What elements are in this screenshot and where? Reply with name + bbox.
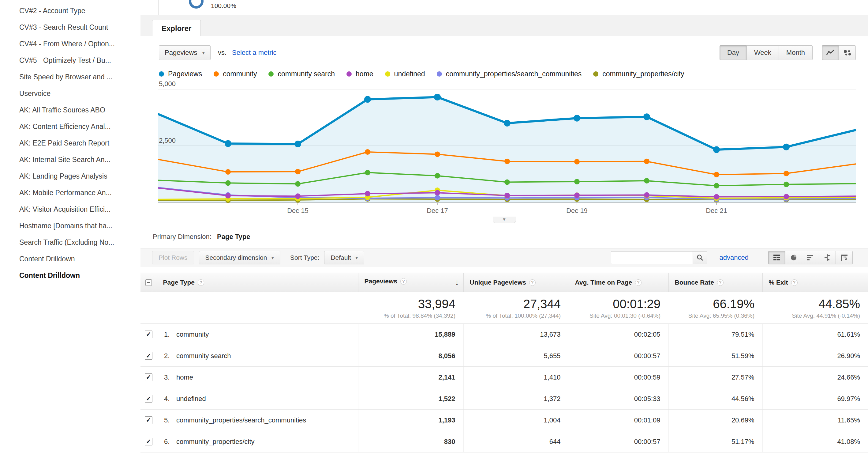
cell-unique-pageviews: 1,004 [463, 409, 569, 431]
column-label: Avg. Time on Page [575, 279, 632, 286]
legend-item[interactable]: community_properties/city [593, 70, 684, 78]
help-icon[interactable]: ? [198, 279, 204, 286]
bar-chart-icon [807, 254, 814, 261]
summary-pageviews: 33,994 % of Total: 98.84% (34,392) [358, 292, 463, 324]
chart-area: 2,5005,000 [158, 83, 856, 205]
column-label: Page Type [163, 279, 195, 286]
column-header--exit[interactable]: % Exit? [763, 273, 868, 292]
help-icon[interactable]: ? [635, 279, 642, 286]
row-checkbox[interactable]: ✓ [145, 395, 152, 402]
legend-label: undefined [394, 70, 425, 78]
legend-dot [346, 72, 352, 77]
column-header-bounce-rate[interactable]: Bounce Rate? [669, 273, 763, 292]
legend-dot [159, 72, 164, 77]
sidebar-item[interactable]: AK: Visitor Acquisition Effici... [0, 201, 140, 218]
data-view-button[interactable] [768, 251, 785, 264]
percentage-view-button[interactable] [785, 251, 802, 264]
metric-dropdown[interactable]: Pageviews ▾ [159, 45, 211, 60]
sidebar-item[interactable]: Search Traffic (Excluding No... [0, 234, 140, 251]
sidebar-item[interactable]: AK: Content Efficiency Anal... [0, 118, 140, 135]
page-type-label: community_properties/city [176, 438, 255, 446]
cell-pageviews: 1,193 [358, 409, 463, 431]
chevron-down-icon: ▾ [271, 255, 274, 261]
granularity-month[interactable]: Month [779, 45, 813, 60]
help-icon[interactable]: ? [400, 278, 407, 285]
legend-item[interactable]: undefined [385, 70, 425, 78]
sidebar-item[interactable]: Content Drilldown [0, 267, 140, 284]
row-checkbox[interactable]: ✓ [145, 352, 152, 360]
legend-item[interactable]: community_properties/search_communities [437, 70, 582, 78]
sidebar-item[interactable]: Site Speed by Browser and ... [0, 68, 140, 85]
search-input[interactable] [611, 251, 693, 264]
sidebar-item[interactable]: Content Drilldown [0, 251, 140, 267]
tab-explorer[interactable]: Explorer [152, 20, 201, 36]
row-checkbox[interactable]: ✓ [145, 331, 152, 338]
row-checkbox[interactable]: ✓ [145, 416, 152, 424]
summary-value: 27,344 [463, 297, 569, 311]
sidebar-item[interactable]: CV#5 - Optimizely Test / Bu... [0, 52, 140, 68]
row-rank: 6. [164, 438, 176, 446]
column-header-unique-pageviews[interactable]: Unique Pageviews? [463, 273, 569, 292]
legend-item[interactable]: community [214, 70, 257, 78]
row-checkbox[interactable]: ✓ [145, 438, 152, 446]
plot-rows-button[interactable]: Plot Rows [152, 251, 194, 264]
cell-bounce-rate: 51.17% [669, 431, 763, 452]
page-type-cell: 3.home [157, 367, 358, 388]
row-checkbox[interactable]: ✓ [145, 373, 152, 381]
cell-unique-pageviews: 5,655 [463, 345, 569, 367]
summary-exit: 44.85% Site Avg: 44.91% (-0.14%) [763, 292, 868, 324]
row-checkbox-cell: ✓ [141, 409, 157, 431]
comparison-view-button[interactable] [819, 251, 836, 264]
row-checkbox-cell: ✓ [141, 367, 157, 388]
sidebar-item[interactable]: AK: All Traffic Sources ABO [0, 102, 140, 118]
select-metric-link[interactable]: Select a metric [232, 49, 277, 57]
sidebar-item[interactable]: Hostname [Domains that ha... [0, 218, 140, 234]
motion-chart-view-button[interactable] [839, 45, 856, 60]
sidebar-item[interactable]: AK: Internal Site Search An... [0, 151, 140, 168]
performance-view-button[interactable] [802, 251, 819, 264]
column-label: % Exit [769, 279, 788, 286]
sidebar-item[interactable]: Uservoice [0, 85, 140, 102]
metric-percent: 100.00% [211, 2, 236, 9]
row-rank: 4. [164, 395, 176, 403]
help-icon[interactable]: ? [717, 279, 723, 286]
pivot-view-button[interactable] [836, 251, 853, 264]
advanced-link[interactable]: advanced [719, 254, 749, 262]
secondary-dimension-button[interactable]: Secondary dimension ▾ [199, 251, 281, 264]
sidebar-item[interactable]: AK: Mobile Performance An... [0, 185, 140, 201]
search-button[interactable] [693, 251, 707, 264]
timeline-expander-button[interactable]: ▼ [493, 217, 516, 223]
select-all-checkbox[interactable]: − [145, 279, 152, 286]
column-header-avg-time-on-page[interactable]: Avg. Time on Page? [569, 273, 669, 292]
column-header-pageviews[interactable]: Pageviews?↓ [358, 273, 463, 292]
primary-dimension-value[interactable]: Page Type [217, 233, 250, 240]
column-header-page-type[interactable]: Page Type? [157, 273, 358, 292]
sidebar-item[interactable]: CV#4 - From Where / Option... [0, 35, 140, 52]
sidebar-item[interactable]: CV#2 - Account Type [0, 2, 140, 19]
legend-item[interactable]: community search [269, 70, 335, 78]
table-row: ✓1.community15,88913,67300:02:0579.51%61… [141, 324, 868, 345]
sidebar-item[interactable]: CV#3 - Search Result Count [0, 19, 140, 35]
table-toolbar: Plot Rows Secondary dimension ▾ Sort Typ… [141, 248, 868, 267]
sort-type-dropdown[interactable]: Default ▾ [324, 251, 364, 264]
granularity-week[interactable]: Week [746, 45, 779, 60]
granularity-day[interactable]: Day [719, 45, 747, 60]
cell-exit: 41.08% [763, 431, 868, 452]
cell-pageviews: 8,056 [358, 345, 463, 367]
help-icon[interactable]: ? [529, 279, 536, 286]
help-icon[interactable]: ? [791, 279, 798, 286]
sidebar-item[interactable]: AK: E2E Paid Search Report [0, 135, 140, 151]
line-chart-view-button[interactable] [822, 45, 839, 60]
legend-item[interactable]: home [346, 70, 373, 78]
cell-pageviews: 1,522 [358, 388, 463, 409]
legend-item[interactable]: Pageviews [159, 70, 202, 78]
chart-svg[interactable] [158, 83, 856, 205]
page-type-label: undefined [176, 395, 206, 402]
table-search [611, 251, 707, 264]
cell-bounce-rate: 79.51% [669, 324, 763, 345]
summary-value: 44.85% [763, 297, 868, 311]
sidebar-item[interactable]: AK: Landing Pages Analysis [0, 168, 140, 185]
row-checkbox-cell: ✓ [141, 431, 157, 452]
table-row: ✓5.community_properties/search_communiti… [141, 409, 868, 431]
data-table: − Page Type?Pageviews?↓Unique Pageviews?… [141, 273, 868, 452]
